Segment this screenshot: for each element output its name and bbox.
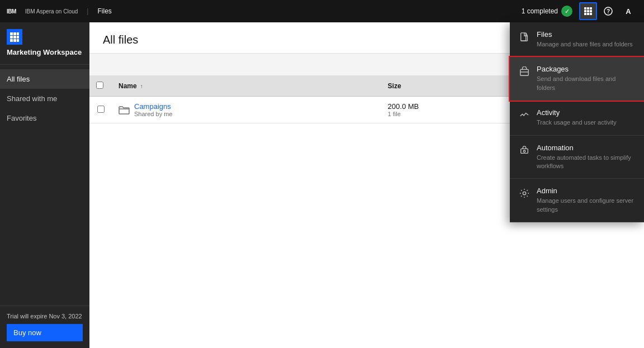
trial-text: Trial will expire Nov 3, 2022 [7, 313, 83, 320]
svg-rect-21 [13, 32, 16, 35]
svg-rect-6 [584, 13, 586, 15]
packages-icon [519, 66, 530, 77]
svg-rect-27 [13, 39, 16, 42]
apps-dropdown: Files Manage and share files and folders… [510, 22, 644, 222]
svg-rect-23 [10, 36, 13, 39]
admin-item-text: Admin Manage users and configure server … [537, 187, 635, 214]
sidebar-item-label: All files [7, 75, 30, 83]
sidebar-footer: Trial will expire Nov 3, 2022 Buy now [0, 306, 89, 348]
files-item-text: Files Manage and share files and folders [537, 30, 633, 49]
th-name-label: Name [119, 82, 137, 90]
files-desc: Manage and share files and folders [537, 40, 633, 49]
top-navigation: IBM IBM Aspera on Cloud | Files 1 comple… [0, 0, 644, 22]
svg-rect-0 [584, 7, 586, 9]
dropdown-item-admin[interactable]: Admin Manage users and configure server … [510, 179, 644, 222]
top-nav-left: IBM IBM Aspera on Cloud | Files [7, 7, 112, 15]
activity-icon [519, 109, 530, 121]
nav-section: Files [97, 7, 111, 15]
admin-desc: Manage users and configure server settin… [537, 197, 635, 214]
svg-rect-22 [17, 32, 19, 35]
file-meta: Shared by me [134, 111, 172, 117]
file-name-cell: Campaigns Shared by me [134, 102, 172, 117]
svg-rect-2 [590, 7, 592, 9]
select-all-cell [89, 76, 112, 97]
brand-name: IBM Aspera on Cloud [25, 8, 78, 15]
svg-rect-11 [521, 33, 526, 41]
svg-rect-24 [13, 36, 16, 39]
user-avatar[interactable]: A [619, 2, 637, 20]
workspace-name: Marketing Workspace [7, 48, 83, 58]
svg-rect-7 [587, 13, 589, 15]
row-checkbox[interactable] [97, 106, 105, 113]
sidebar-nav: All files Shared with me Favorites [0, 65, 89, 306]
automation-title: Automation [537, 144, 635, 152]
svg-rect-25 [17, 36, 19, 39]
packages-desc: Send and download files and folders [537, 75, 635, 92]
th-name: Name ↑ [112, 76, 381, 97]
sidebar-item-all-files[interactable]: All files [0, 69, 89, 89]
admin-icon [519, 188, 530, 199]
packages-item-text: Packages Send and download files and fol… [537, 65, 635, 92]
activity-item-text: Activity Track usage and user activity [537, 108, 617, 127]
nav-divider: | [87, 7, 88, 15]
automation-desc: Create automated tasks to simplify workf… [537, 154, 635, 171]
status-indicator: 1 completed ✓ [522, 6, 572, 17]
svg-point-18 [523, 150, 525, 152]
files-title: Files [537, 30, 633, 39]
svg-rect-5 [590, 10, 592, 12]
svg-rect-1 [587, 7, 589, 9]
svg-rect-20 [10, 32, 13, 35]
svg-rect-4 [587, 10, 589, 12]
sidebar: Marketing Workspace All files Shared wit… [0, 22, 89, 348]
svg-rect-28 [17, 39, 19, 42]
dropdown-item-packages[interactable]: Packages Send and download files and fol… [510, 57, 644, 101]
svg-point-19 [523, 192, 525, 195]
folder-icon [119, 105, 130, 115]
apps-button[interactable] [579, 2, 597, 20]
activity-title: Activity [537, 108, 617, 117]
svg-text:?: ? [607, 8, 610, 15]
top-nav-right: 1 completed ✓ ? A [522, 2, 637, 20]
svg-rect-3 [584, 10, 586, 12]
row-checkbox-cell [89, 97, 112, 123]
sidebar-item-shared-with-me[interactable]: Shared with me [0, 89, 89, 108]
status-check-icon: ✓ [561, 6, 572, 17]
sidebar-item-label: Shared with me [7, 94, 57, 103]
svg-rect-15 [520, 70, 528, 76]
automation-item-text: Automation Create automated tasks to sim… [537, 144, 635, 171]
dropdown-item-activity[interactable]: Activity Track usage and user activity [510, 101, 644, 135]
dropdown-item-files[interactable]: Files Manage and share files and folders [510, 22, 644, 57]
help-button[interactable]: ? [599, 2, 617, 20]
status-text: 1 completed [522, 7, 558, 15]
svg-rect-8 [590, 13, 592, 15]
files-icon [519, 31, 530, 42]
svg-rect-26 [10, 39, 13, 42]
sort-icon: ↑ [140, 83, 143, 89]
automation-icon [519, 145, 530, 156]
dropdown-item-automation[interactable]: Automation Create automated tasks to sim… [510, 136, 644, 179]
row-name-cell: Campaigns Shared by me [112, 97, 381, 123]
packages-title: Packages [537, 65, 635, 73]
ibm-logo: IBM [7, 8, 16, 15]
sidebar-item-favorites[interactable]: Favorites [0, 108, 89, 128]
select-all-checkbox[interactable] [96, 82, 103, 89]
buy-now-button[interactable]: Buy now [7, 324, 83, 341]
workspace-icon [7, 29, 22, 45]
file-name[interactable]: Campaigns [134, 102, 172, 111]
file-icon-wrapper: Campaigns Shared by me [119, 102, 375, 117]
workspace-header: Marketing Workspace [0, 22, 89, 65]
admin-title: Admin [537, 187, 635, 195]
activity-desc: Track usage and user activity [537, 118, 617, 127]
th-size-label: Size [388, 82, 401, 90]
sidebar-item-label: Favorites [7, 114, 36, 122]
